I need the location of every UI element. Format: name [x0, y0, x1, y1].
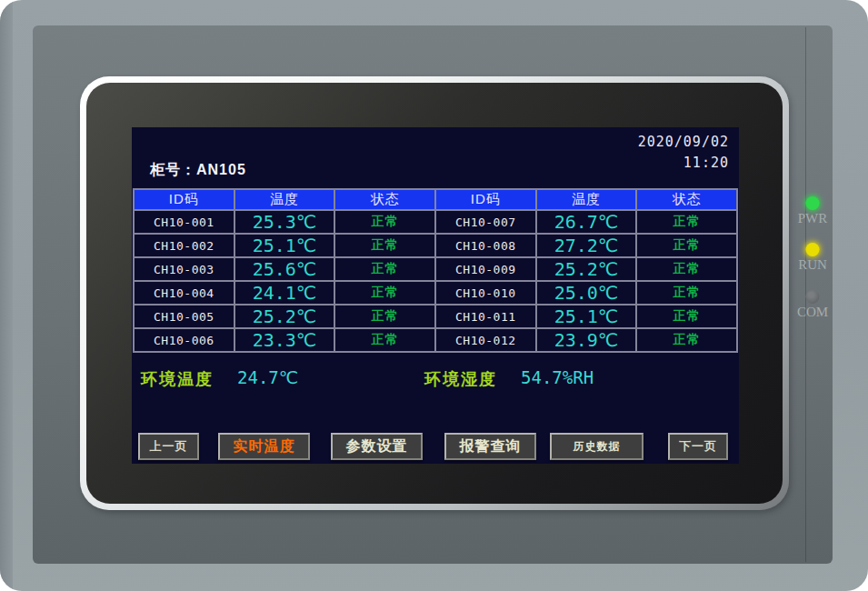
time-text: 11:20	[638, 153, 729, 174]
id-cell: CH10-009	[435, 257, 536, 281]
run-led-label: RUN	[789, 257, 836, 273]
ambient-temp-value: 24.7℃	[237, 367, 298, 387]
id-cell: CH10-002	[134, 234, 234, 257]
table-header-row: ID码 温度 状态 ID码 温度 状态	[134, 189, 737, 210]
header-temp-1: 温度	[234, 189, 335, 210]
status-cell: 正常	[334, 305, 435, 328]
status-cell: 正常	[334, 328, 435, 352]
temp-cell: 25.1℃	[536, 305, 637, 328]
status-cell: 正常	[334, 281, 435, 305]
status-cell: 正常	[334, 210, 435, 234]
nav-button-row: 上一页 实时温度 参数设置 报警查询 历史数据 下一页	[132, 433, 739, 460]
id-cell: CH10-005	[134, 305, 234, 328]
ambient-humidity-value: 54.7%RH	[521, 367, 594, 387]
temp-cell: 23.3℃	[234, 328, 335, 352]
parameter-settings-button[interactable]: 参数设置	[331, 433, 423, 460]
status-cell: 正常	[636, 257, 737, 281]
com-led-icon	[806, 290, 820, 304]
device-left-edge	[0, 0, 13, 591]
temp-cell: 25.2℃	[234, 305, 335, 328]
table-row: CH10-006 23.3℃ 正常 CH10-012 23.9℃ 正常	[134, 328, 737, 352]
table-row: CH10-005 25.2℃ 正常 CH10-011 25.1℃ 正常	[134, 305, 737, 328]
pwr-led-label: PWR	[789, 211, 836, 226]
pwr-led-icon	[806, 196, 820, 210]
temp-cell: 27.2℃	[536, 234, 637, 257]
history-data-button[interactable]: 历史数据	[550, 433, 644, 460]
id-cell: CH10-001	[134, 210, 234, 234]
header-status-2: 状态	[636, 189, 737, 210]
status-cell: 正常	[636, 281, 737, 305]
id-cell: CH10-008	[435, 234, 536, 257]
environment-readout: 环境温度 24.7℃ 环境湿度 54.7%RH	[132, 366, 739, 390]
realtime-temp-button[interactable]: 实时温度	[218, 433, 310, 460]
hmi-device: 2020/09/02 11:20 柜号：AN105 ID码 温度 状态 ID码 …	[0, 0, 868, 591]
table-row: CH10-003 25.6℃ 正常 CH10-009 25.2℃ 正常	[134, 257, 737, 281]
run-led-icon	[806, 243, 820, 256]
header-id-1: ID码	[134, 189, 234, 210]
status-cell: 正常	[334, 257, 435, 281]
id-cell: CH10-012	[435, 328, 536, 352]
id-cell: CH10-011	[435, 305, 536, 328]
cabinet-number-label: 柜号：AN105	[150, 161, 246, 180]
temp-cell: 23.9℃	[536, 328, 637, 352]
ambient-temp-label: 环境温度	[141, 368, 214, 390]
header-status-1: 状态	[334, 189, 435, 210]
id-cell: CH10-003	[134, 257, 234, 281]
ambient-humidity-label: 环境湿度	[424, 368, 497, 390]
header-temp-2: 温度	[536, 189, 637, 210]
status-cell: 正常	[636, 305, 737, 328]
led-indicator-column: PWR RUN COM	[789, 191, 836, 327]
id-cell: CH10-006	[134, 328, 234, 352]
temp-cell: 24.1℃	[234, 281, 335, 305]
prev-page-button[interactable]: 上一页	[138, 433, 199, 460]
table-row: CH10-001 25.3℃ 正常 CH10-007 26.7℃ 正常	[134, 210, 737, 234]
id-cell: CH10-010	[435, 281, 536, 305]
status-cell: 正常	[334, 234, 435, 257]
id-cell: CH10-007	[435, 210, 536, 234]
temp-cell: 25.1℃	[234, 234, 335, 257]
id-cell: CH10-004	[134, 281, 234, 305]
temp-cell: 25.3℃	[234, 210, 335, 234]
temperature-table: ID码 温度 状态 ID码 温度 状态 CH10-001 25.3℃ 正常 CH…	[133, 188, 738, 353]
status-cell: 正常	[636, 328, 737, 352]
temp-cell: 25.6℃	[234, 257, 335, 281]
table-row: CH10-002 25.1℃ 正常 CH10-008 27.2℃ 正常	[134, 234, 737, 257]
status-cell: 正常	[636, 234, 737, 257]
alarm-query-button[interactable]: 报警查询	[444, 433, 536, 460]
date-text: 2020/09/02	[638, 132, 729, 153]
header-id-2: ID码	[435, 189, 536, 210]
datetime-display: 2020/09/02 11:20	[638, 132, 729, 174]
temp-cell: 25.2℃	[536, 257, 637, 281]
next-page-button[interactable]: 下一页	[668, 433, 728, 460]
temp-cell: 26.7℃	[536, 210, 637, 234]
status-cell: 正常	[636, 210, 737, 234]
com-led-label: COM	[789, 305, 836, 320]
table-row: CH10-004 24.1℃ 正常 CH10-010 25.0℃ 正常	[134, 281, 737, 305]
lcd-display: 2020/09/02 11:20 柜号：AN105 ID码 温度 状态 ID码 …	[132, 127, 739, 464]
temp-cell: 25.0℃	[536, 281, 637, 305]
